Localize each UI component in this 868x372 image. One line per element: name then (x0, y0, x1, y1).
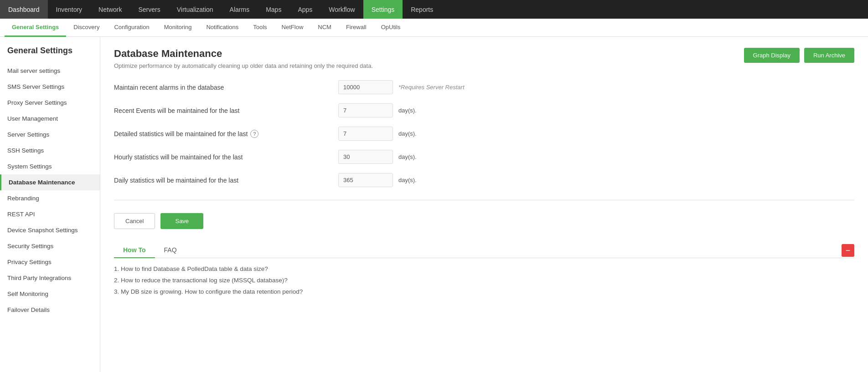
sub-navigation: General SettingsDiscoveryConfigurationMo… (0, 19, 868, 37)
sidebar-item-system-settings[interactable]: System Settings (0, 158, 100, 174)
sidebar-item-proxy-server-settings[interactable]: Proxy Server Settings (0, 95, 100, 111)
sub-nav-item-netflow[interactable]: NetFlow (274, 19, 311, 37)
top-nav-item-alarms[interactable]: Alarms (222, 0, 258, 19)
sidebar-title: General Settings (0, 46, 100, 63)
run-archive-button[interactable]: Run Archive (804, 48, 854, 63)
save-button[interactable]: Save (160, 213, 203, 229)
sub-nav-item-ncm[interactable]: NCM (310, 19, 339, 37)
form-label-1: Recent Events will be maintained for the… (114, 107, 333, 114)
sidebar-item-ssh-settings[interactable]: SSH Settings (0, 143, 100, 158)
sub-nav-item-tools[interactable]: Tools (246, 19, 274, 37)
form-label-4: Daily statistics will be maintained for … (114, 177, 333, 184)
help-icon-2[interactable]: ? (250, 130, 258, 138)
sub-nav-item-configuration[interactable]: Configuration (107, 19, 156, 37)
sidebar-item-security-settings[interactable]: Security Settings (0, 238, 100, 254)
top-nav-item-settings[interactable]: Settings (363, 0, 403, 19)
form-row-1: Recent Events will be maintained for the… (114, 103, 854, 117)
main-content: Database Maintenance Optimize performanc… (100, 37, 868, 372)
form-row-4: Daily statistics will be maintained for … (114, 173, 854, 187)
form-label-3: Hourly statistics will be maintained for… (114, 153, 333, 161)
form-label-0: Maintain recent alarms in the database (114, 84, 333, 91)
sidebar-item-server-settings[interactable]: Server Settings (0, 127, 100, 143)
top-navigation: DashboardInventoryNetworkServersVirtuali… (0, 0, 868, 19)
form-input-4[interactable] (338, 173, 393, 187)
graph-display-button[interactable]: Graph Display (744, 48, 800, 63)
howto-tabs: How ToFAQ− (114, 243, 854, 258)
form-row-2: Detailed statistics will be maintained f… (114, 127, 854, 141)
top-nav-item-inventory[interactable]: Inventory (48, 0, 91, 19)
form-fields: Maintain recent alarms in the database*R… (114, 80, 854, 187)
howto-list-item-1: 2. How to reduce the transactional log s… (114, 277, 854, 284)
sidebar-item-mail-server-settings[interactable]: Mail server settings (0, 63, 100, 79)
sidebar-item-rest-api[interactable]: REST API (0, 206, 100, 222)
content-area: General Settings Mail server settingsSMS… (0, 37, 868, 372)
top-nav-item-servers[interactable]: Servers (130, 0, 168, 19)
form-note-0: *Requires Server Restart (398, 84, 465, 91)
sub-nav-item-general-settings[interactable]: General Settings (5, 19, 66, 37)
sub-nav-item-notifications[interactable]: Notifications (199, 19, 246, 37)
sub-nav-item-firewall[interactable]: Firewall (339, 19, 374, 37)
howto-collapse-button[interactable]: − (842, 244, 854, 257)
sidebar-item-rebranding[interactable]: Rebranding (0, 190, 100, 206)
howto-tab-how-to[interactable]: How To (114, 243, 155, 258)
form-input-2[interactable] (338, 127, 393, 141)
form-row-0: Maintain recent alarms in the database*R… (114, 80, 854, 94)
howto-list-item-0: 1. How to find Database & PolledData tab… (114, 265, 854, 272)
howto-list-item-2: 3. My DB size is growing. How to configu… (114, 288, 854, 295)
form-suffix-1: day(s). (398, 107, 417, 114)
howto-section: How ToFAQ− 1. How to find Database & Pol… (114, 243, 854, 295)
sidebar: General Settings Mail server settingsSMS… (0, 37, 100, 372)
action-row: Cancel Save (114, 213, 854, 229)
top-nav-item-dashboard[interactable]: Dashboard (0, 0, 48, 19)
main-header: Database Maintenance Optimize performanc… (114, 48, 854, 69)
form-divider (114, 200, 854, 200)
top-nav-item-maps[interactable]: Maps (258, 0, 289, 19)
form-suffix-3: day(s). (398, 153, 417, 160)
sidebar-item-privacy-settings[interactable]: Privacy Settings (0, 254, 100, 270)
top-nav-item-virtualization[interactable]: Virtualization (169, 0, 222, 19)
form-suffix-4: day(s). (398, 177, 417, 183)
top-nav-item-reports[interactable]: Reports (403, 0, 441, 19)
howto-list: 1. How to find Database & PolledData tab… (114, 265, 854, 295)
sidebar-item-sms-server-settings[interactable]: SMS Server Settings (0, 79, 100, 95)
top-nav-item-network[interactable]: Network (90, 0, 130, 19)
sidebar-item-database-maintenance[interactable]: Database Maintenance (0, 174, 100, 190)
sub-nav-item-monitoring[interactable]: Monitoring (157, 19, 199, 37)
sidebar-item-third-party-integrations[interactable]: Third Party Integrations (0, 270, 100, 286)
sidebar-item-failover-details[interactable]: Failover Details (0, 302, 100, 318)
form-row-3: Hourly statistics will be maintained for… (114, 150, 854, 164)
form-input-3[interactable] (338, 150, 393, 164)
sub-nav-item-discovery[interactable]: Discovery (66, 19, 107, 37)
howto-tab-faq[interactable]: FAQ (155, 243, 186, 258)
top-nav-item-apps[interactable]: Apps (289, 0, 320, 19)
cancel-button[interactable]: Cancel (114, 213, 155, 229)
page-header-right: Graph Display Run Archive (744, 48, 854, 63)
sidebar-item-user-management[interactable]: User Management (0, 111, 100, 127)
form-suffix-2: day(s). (398, 130, 417, 137)
page-header-left: Database Maintenance Optimize performanc… (114, 48, 373, 69)
sidebar-item-self-monitoring[interactable]: Self Monitoring (0, 286, 100, 302)
page-subtitle: Optimize performance by automatically cl… (114, 62, 373, 69)
top-nav-item-workflow[interactable]: Workflow (320, 0, 363, 19)
form-input-0[interactable] (338, 80, 393, 94)
page-title: Database Maintenance (114, 48, 373, 60)
sub-nav-item-oputils[interactable]: OpUtils (374, 19, 408, 37)
sidebar-item-device-snapshot-settings[interactable]: Device Snapshot Settings (0, 222, 100, 238)
form-input-1[interactable] (338, 103, 393, 117)
form-label-2: Detailed statistics will be maintained f… (114, 130, 333, 138)
